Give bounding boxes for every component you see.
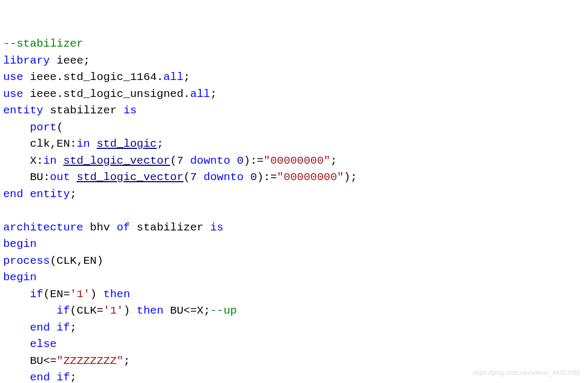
- semi: ;: [123, 355, 130, 367]
- watermark: https://blog.csdn.net/weixin_44307065: [473, 368, 581, 378]
- kw-use: use: [3, 88, 23, 100]
- rparen: ): [123, 305, 130, 317]
- comment-up: --up: [210, 305, 237, 317]
- str-zeros: "00000000": [264, 155, 331, 167]
- text: [96, 288, 103, 300]
- kw-if: if: [57, 305, 70, 317]
- text: [23, 71, 30, 83]
- indent: [3, 138, 30, 150]
- type-slv: std_logic_vector: [77, 171, 184, 183]
- sens-list: (CLK,EN): [50, 255, 103, 267]
- assign: :=: [250, 155, 263, 167]
- ident-bhv: bhv: [90, 221, 110, 234]
- kw-all: all: [190, 88, 210, 100]
- text: [130, 305, 137, 317]
- ident: ieee.std_logic_1164.: [30, 71, 163, 83]
- semi: ;: [331, 155, 337, 167]
- lit-1: '1': [103, 305, 123, 317]
- type-std-logic: std_logic: [96, 138, 156, 150]
- indent: [3, 121, 30, 133]
- ident: clk,EN: [30, 138, 70, 150]
- indent: [3, 305, 57, 317]
- indent: [3, 371, 30, 383]
- cond: (CLK=: [70, 305, 103, 317]
- indent: [3, 155, 30, 167]
- text: [90, 138, 97, 150]
- semi: ;: [157, 138, 164, 150]
- colon: :: [70, 138, 77, 150]
- cond: (EN=: [43, 288, 70, 300]
- semi: ;: [210, 88, 217, 100]
- text: [50, 55, 57, 67]
- kw-is: is: [210, 221, 224, 234]
- kw-all: all: [163, 71, 183, 83]
- kw-is: is: [123, 104, 137, 117]
- kw-begin: begin: [3, 271, 37, 283]
- kw-end: end: [30, 322, 50, 334]
- lit-1: '1': [70, 288, 90, 300]
- kw-library: library: [3, 55, 50, 67]
- rparen: ): [257, 171, 264, 183]
- kw-if: if: [57, 322, 70, 334]
- kw-port: port: [30, 121, 56, 133]
- kw-if: if: [57, 371, 70, 383]
- kw-out: out: [50, 171, 70, 183]
- kw-downto: downto: [190, 155, 230, 167]
- kw-of: of: [117, 221, 130, 234]
- ident-ieee: ieee: [57, 55, 83, 67]
- text: [23, 88, 30, 100]
- stmt: BU<=X;: [164, 305, 210, 317]
- text: [183, 155, 190, 167]
- kw-downto: downto: [203, 171, 244, 183]
- kw-end: end: [3, 188, 23, 200]
- ident-bu: BU: [30, 171, 43, 183]
- num-7: 7: [177, 155, 184, 167]
- indent: [3, 322, 30, 334]
- rparen: ): [244, 155, 251, 167]
- text: [50, 371, 57, 383]
- lparen: (: [183, 171, 190, 183]
- text: [117, 104, 123, 117]
- str-zzz: "ZZZZZZZZ": [57, 355, 123, 367]
- text: [50, 322, 57, 334]
- kw-use: use: [3, 71, 23, 83]
- text: [230, 155, 237, 167]
- text: [244, 171, 251, 183]
- semi: ;: [350, 171, 357, 183]
- kw-in: in: [43, 155, 57, 167]
- kw-entity: entity: [30, 188, 70, 200]
- text: [130, 221, 137, 234]
- ident-x: X: [30, 155, 37, 167]
- kw-architecture: architecture: [3, 221, 83, 234]
- semi: ;: [83, 55, 90, 67]
- text: [70, 171, 77, 183]
- assign: :=: [264, 171, 277, 183]
- kw-in: in: [77, 138, 90, 150]
- semi: ;: [183, 71, 190, 83]
- lparen: (: [57, 121, 64, 133]
- colon: :: [37, 155, 43, 167]
- kw-entity: entity: [3, 104, 43, 117]
- text: [203, 221, 210, 234]
- str-zeros: "00000000": [277, 171, 344, 183]
- rparen: ): [90, 288, 97, 300]
- text: [197, 171, 204, 183]
- code-block: --stabilizer library ieee; use ieee.std_…: [3, 35, 585, 383]
- kw-else: else: [30, 338, 56, 350]
- comment-line: --stabilizer: [3, 38, 83, 50]
- kw-if: if: [30, 288, 43, 300]
- kw-end: end: [30, 371, 50, 383]
- semi: ;: [70, 322, 77, 334]
- num-0: 0: [237, 155, 244, 167]
- ident-stabilizer: stabilizer: [50, 104, 117, 117]
- num-0: 0: [250, 171, 257, 183]
- text: [83, 221, 90, 234]
- num-7: 7: [190, 171, 197, 183]
- stmt: BU<=: [30, 355, 56, 367]
- text: [43, 104, 50, 117]
- kw-process: process: [3, 255, 50, 267]
- indent: [3, 338, 30, 350]
- kw-then: then: [103, 288, 130, 300]
- text: [110, 221, 117, 234]
- kw-begin: begin: [3, 238, 37, 250]
